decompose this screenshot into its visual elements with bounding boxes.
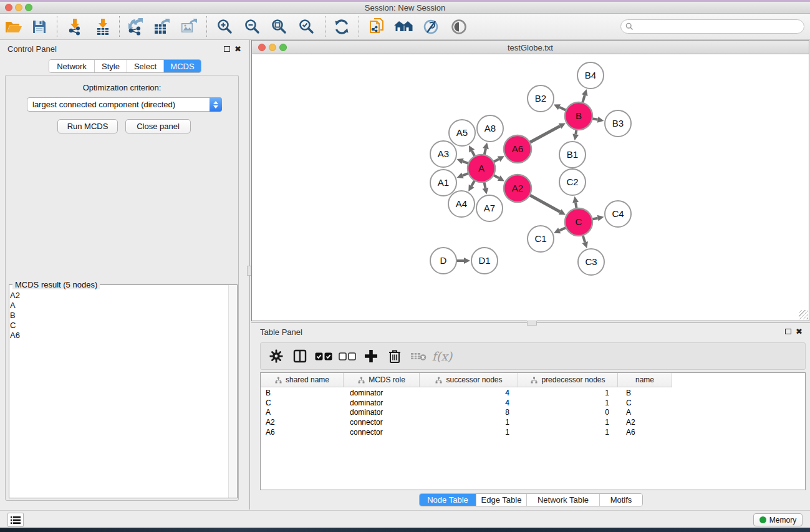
table-cell[interactable]: dominator — [344, 399, 420, 407]
table-cell[interactable]: C — [618, 399, 672, 407]
edge-A-A1[interactable] — [463, 173, 469, 176]
edge-A-A5[interactable] — [472, 151, 475, 157]
home-layout-icon[interactable] — [392, 16, 415, 37]
edge-B-B2[interactable] — [559, 107, 566, 110]
table-cell[interactable]: A — [261, 408, 344, 417]
table-cell[interactable]: A2 — [261, 418, 344, 427]
control-panel-float-button[interactable] — [224, 46, 230, 52]
task-history-button[interactable] — [7, 513, 24, 527]
tab-mcds[interactable]: MCDS — [164, 60, 201, 72]
table-cell[interactable]: 8 — [420, 408, 518, 417]
edge-B-B3[interactable] — [592, 118, 598, 120]
table-cell[interactable]: 1 — [518, 418, 618, 427]
network-graph[interactable]: B4B2BB3A8A5A6A3B1AA1C2A2A4A7C4CC1C3DD1 — [252, 55, 809, 321]
result-item[interactable]: A6 — [10, 331, 227, 341]
table-cell[interactable]: 4 — [420, 389, 518, 397]
column-header-MCDS-role[interactable]: MCDS role — [344, 373, 420, 387]
add-column-icon[interactable] — [359, 349, 383, 363]
unselect-all-columns-icon[interactable] — [335, 352, 359, 360]
delete-columns-icon[interactable] — [383, 349, 407, 364]
table-cell[interactable]: connector — [344, 428, 420, 437]
result-scrollbar[interactable] — [228, 285, 237, 498]
edge-A-A7[interactable] — [484, 182, 485, 188]
edge-A-A4[interactable] — [471, 180, 475, 186]
split-panel-icon[interactable] — [288, 349, 312, 363]
export-network-icon[interactable] — [124, 16, 147, 37]
result-item[interactable]: B — [10, 311, 227, 321]
column-header-predecessor-nodes[interactable]: predecessor nodes — [518, 373, 618, 387]
table-cell[interactable]: 1 — [518, 428, 618, 437]
save-session-icon[interactable] — [28, 16, 51, 37]
table-cell[interactable]: 0 — [518, 408, 618, 417]
table-cell[interactable]: B — [618, 389, 672, 397]
edge-A-A3[interactable] — [463, 162, 469, 164]
result-item[interactable]: A — [10, 301, 227, 311]
table-cell[interactable]: 1 — [420, 418, 518, 427]
edge-C-C2[interactable] — [576, 203, 577, 209]
table-cell[interactable]: 1 — [518, 389, 618, 397]
table-cell[interactable]: A2 — [618, 418, 672, 427]
table-cell[interactable]: 1 — [518, 399, 618, 407]
edge-C-C1[interactable] — [559, 228, 566, 231]
edge-C-C3[interactable] — [583, 235, 586, 243]
tab-edge-table[interactable]: Edge Table — [476, 494, 527, 506]
edge-A-A8[interactable] — [485, 148, 486, 155]
table-row[interactable]: Adominator80A — [261, 407, 672, 417]
edge-A6-B[interactable] — [529, 126, 560, 142]
zoom-fit-icon[interactable] — [268, 16, 291, 37]
criterion-dropdown[interactable]: largest connected component (directed) — [27, 97, 222, 112]
edge-A-A2[interactable] — [493, 175, 499, 178]
table-options-gear-icon[interactable] — [264, 349, 288, 363]
tab-node-table[interactable]: Node Table — [420, 494, 476, 506]
search-field[interactable] — [620, 19, 804, 34]
delete-table-icon[interactable] — [407, 351, 430, 361]
import-table-icon[interactable] — [92, 16, 114, 37]
result-item[interactable]: A2 — [10, 291, 227, 301]
table-row[interactable]: A2connector11A2 — [261, 417, 672, 427]
table-cell[interactable]: A6 — [618, 428, 672, 437]
zoom-out-icon[interactable] — [241, 16, 264, 37]
select-all-columns-icon[interactable] — [312, 352, 335, 360]
hide-graphics-details-icon[interactable] — [420, 16, 442, 37]
table-cell[interactable]: dominator — [344, 408, 420, 417]
clone-network-icon[interactable] — [366, 16, 388, 37]
close-panel-button[interactable]: Close panel — [125, 119, 191, 133]
edge-C-C4[interactable] — [592, 218, 598, 220]
table-cell[interactable]: A6 — [261, 428, 344, 437]
tab-network[interactable]: Network — [49, 60, 95, 72]
run-mcds-button[interactable]: Run MCDS — [57, 119, 118, 133]
tab-select[interactable]: Select — [127, 60, 164, 72]
search-input[interactable] — [636, 22, 804, 31]
table-row[interactable]: A6connector11A6 — [261, 427, 672, 437]
table-cell[interactable]: A — [618, 408, 672, 417]
horizontal-splitter-handle[interactable] — [527, 321, 537, 326]
import-network-icon[interactable] — [64, 16, 86, 37]
zoom-in-icon[interactable] — [214, 16, 236, 37]
table-cell[interactable]: 4 — [420, 399, 518, 407]
memory-button[interactable]: Memory — [753, 513, 803, 526]
table-cell[interactable]: 1 — [420, 428, 518, 437]
network-resize-grip[interactable] — [799, 310, 808, 319]
edge-A2-C[interactable] — [529, 195, 560, 212]
control-panel-close-button[interactable]: ✖ — [234, 44, 241, 54]
table-cell[interactable]: B — [261, 389, 344, 397]
open-session-icon[interactable] — [2, 16, 25, 37]
tab-network-table[interactable]: Network Table — [527, 494, 600, 506]
table-row[interactable]: Cdominator41C — [261, 398, 672, 408]
table-panel-close-button[interactable]: ✖ — [796, 327, 803, 336]
zoom-selected-icon[interactable] — [296, 16, 318, 37]
table-cell[interactable]: dominator — [344, 389, 420, 397]
column-header-name[interactable]: name — [618, 373, 672, 387]
table-row[interactable]: Bdominator41B — [261, 388, 672, 398]
tab-style[interactable]: Style — [95, 60, 127, 72]
table-cell[interactable]: C — [261, 399, 344, 407]
column-header-successor-nodes[interactable]: successor nodes — [420, 373, 518, 387]
column-header-shared-name[interactable]: shared name — [261, 373, 344, 387]
table-panel-float-button[interactable] — [785, 329, 791, 334]
show-preview-eye-icon[interactable] — [448, 16, 470, 37]
edge-A-A6[interactable] — [493, 159, 499, 162]
tab-motifs[interactable]: Motifs — [600, 494, 642, 506]
refresh-icon[interactable] — [330, 16, 353, 37]
export-table-icon[interactable] — [151, 16, 173, 37]
edge-B-B4[interactable] — [582, 95, 585, 103]
